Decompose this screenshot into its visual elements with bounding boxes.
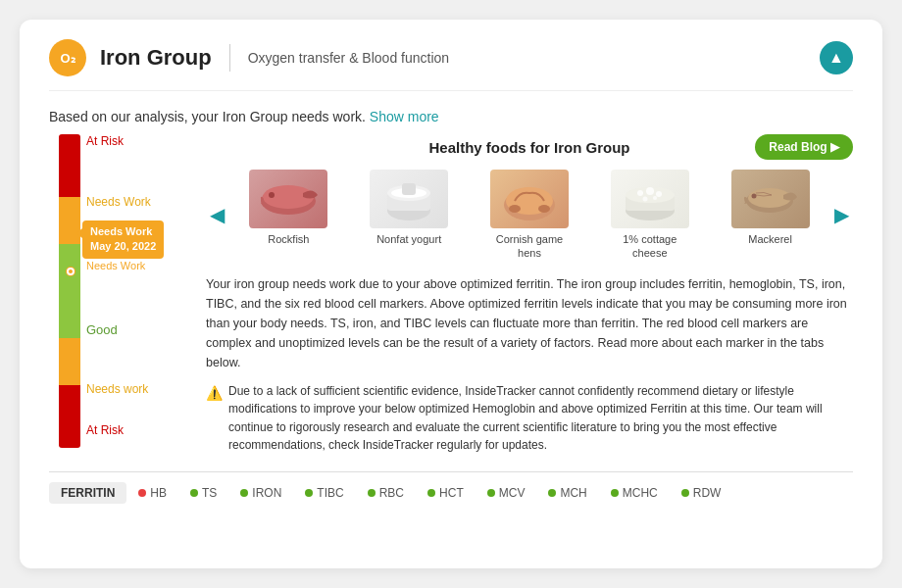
food-item-cornish: Cornish game hens xyxy=(486,170,573,261)
food-img-mackerel xyxy=(731,170,810,228)
label-at-risk-bottom: At Risk xyxy=(86,423,124,437)
svg-point-10 xyxy=(538,205,550,213)
food-img-cornish xyxy=(490,170,569,228)
foods-list: Rockfish Nonfa xyxy=(232,170,827,261)
svg-point-2 xyxy=(269,192,275,198)
indicator-dot xyxy=(67,268,75,275)
main-card: O₂ Iron Group Oxygen transfer & Blood fu… xyxy=(20,20,882,568)
page-title: Iron Group xyxy=(100,45,212,71)
svg-point-15 xyxy=(637,190,643,196)
warning-icon: ⚠️ xyxy=(206,383,223,455)
tab-label-rdw: RDW xyxy=(693,486,722,500)
food-img-yogurt xyxy=(370,170,448,228)
scale-at-risk-top xyxy=(59,134,80,197)
tooltip-badge: Needs Work May 20, 2022 xyxy=(82,220,164,259)
warning-text: Due to a lack of sufficient scientific e… xyxy=(228,382,853,455)
tab-mchc[interactable]: MCHC xyxy=(599,482,670,504)
bottom-tabs: FERRITINHBTSIRONTIBCRBCHCTMCVMCHMCHCRDW xyxy=(49,471,853,514)
tab-dot-ts xyxy=(190,489,198,497)
tab-dot-rbc xyxy=(368,489,376,497)
main-content: At Risk Needs Work Needs Work May 20, 20… xyxy=(49,134,853,458)
food-name-mackerel: Mackerel xyxy=(748,232,792,246)
tab-dot-hct xyxy=(427,489,435,497)
needs-work-label-2: Needs Work xyxy=(86,260,145,271)
food-name-cornish: Cornish game hens xyxy=(486,232,573,261)
tab-label-hct: HCT xyxy=(439,486,464,500)
tab-dot-mch xyxy=(548,489,556,497)
right-content: Healthy foods for Iron Group Read Blog ◀ xyxy=(206,134,853,458)
tab-label-mcv: MCV xyxy=(499,486,526,500)
description-text: Your iron group needs work due to your a… xyxy=(206,274,853,372)
food-item-mackerel: Mackerel xyxy=(727,170,814,261)
food-img-cottage xyxy=(611,170,689,228)
scale-at-risk-bottom xyxy=(59,385,80,448)
tab-iron[interactable]: IRON xyxy=(228,482,293,504)
iron-group-icon: O₂ xyxy=(49,39,86,76)
tab-label-mch: MCH xyxy=(560,486,586,500)
foods-header: Healthy foods for Iron Group Read Blog xyxy=(206,134,853,160)
read-blog-button[interactable]: Read Blog xyxy=(755,134,853,160)
scale-needs-work-bottom xyxy=(59,338,80,385)
svg-point-17 xyxy=(656,191,662,197)
tab-label-rbc: RBC xyxy=(379,486,404,500)
svg-point-16 xyxy=(646,187,654,195)
food-img-rockfish xyxy=(249,170,327,228)
tab-label-ferritin: FERRITIN xyxy=(61,486,115,500)
tab-ts[interactable]: TS xyxy=(178,482,228,504)
svg-rect-7 xyxy=(402,183,416,195)
tab-dot-iron xyxy=(240,489,248,497)
tab-tibc[interactable]: TIBC xyxy=(293,482,355,504)
tab-dot-mcv xyxy=(487,489,495,497)
scale-bar xyxy=(59,134,80,448)
tab-label-tibc: TIBC xyxy=(317,486,343,500)
tab-mcv[interactable]: MCV xyxy=(476,482,537,504)
svg-point-22 xyxy=(751,194,756,199)
svg-point-19 xyxy=(653,196,657,200)
label-needs-work-top: Needs Work xyxy=(86,195,151,209)
tab-label-mchc: MCHC xyxy=(623,486,658,500)
scale-good xyxy=(59,244,80,338)
tab-label-hb: HB xyxy=(150,486,167,500)
tab-label-ts: TS xyxy=(202,486,217,500)
tab-dot-tibc xyxy=(305,489,313,497)
food-name-yogurt: Nonfat yogurt xyxy=(376,232,441,246)
tab-ferritin[interactable]: FERRITIN xyxy=(49,482,126,504)
label-good: Good xyxy=(86,322,118,337)
analysis-text: Based on our analysis, your Iron Group n… xyxy=(49,109,853,124)
scale-section: At Risk Needs Work Needs Work May 20, 20… xyxy=(49,134,186,458)
svg-point-18 xyxy=(642,197,647,202)
label-needs-work-bottom: Needs work xyxy=(86,382,148,396)
tab-label-iron: IRON xyxy=(252,486,281,500)
header: O₂ Iron Group Oxygen transfer & Blood fu… xyxy=(49,39,853,91)
food-item-rockfish: Rockfish xyxy=(245,170,331,261)
svg-point-11 xyxy=(509,205,521,213)
tab-dot-mchc xyxy=(611,489,619,497)
tab-hct[interactable]: HCT xyxy=(416,482,476,504)
tab-hb[interactable]: HB xyxy=(126,482,178,504)
tab-dot-hb xyxy=(138,489,146,497)
label-at-risk-top: At Risk xyxy=(86,134,124,148)
tab-rdw[interactable]: RDW xyxy=(670,482,733,504)
tab-rbc[interactable]: RBC xyxy=(356,482,416,504)
food-item-yogurt: Nonfat yogurt xyxy=(366,170,452,261)
carousel-next-button[interactable]: ▶ xyxy=(830,203,853,226)
foods-carousel: ◀ Rockfish xyxy=(206,170,853,261)
header-divider xyxy=(229,44,230,72)
header-subtitle: Oxygen transfer & Blood function xyxy=(248,50,449,66)
warning-box: ⚠️ Due to a lack of sufficient scientifi… xyxy=(206,382,853,455)
food-item-cottage: 1% cottage cheese xyxy=(607,170,693,261)
carousel-prev-button[interactable]: ◀ xyxy=(206,203,228,226)
food-name-cottage: 1% cottage cheese xyxy=(607,232,693,261)
food-name-rockfish: Rockfish xyxy=(268,232,309,246)
show-more-link[interactable]: Show more xyxy=(370,109,439,124)
tab-dot-rdw xyxy=(681,489,689,497)
foods-title: Healthy foods for Iron Group xyxy=(422,139,637,156)
collapse-button[interactable]: ▲ xyxy=(820,41,853,74)
tab-mch[interactable]: MCH xyxy=(536,482,598,504)
